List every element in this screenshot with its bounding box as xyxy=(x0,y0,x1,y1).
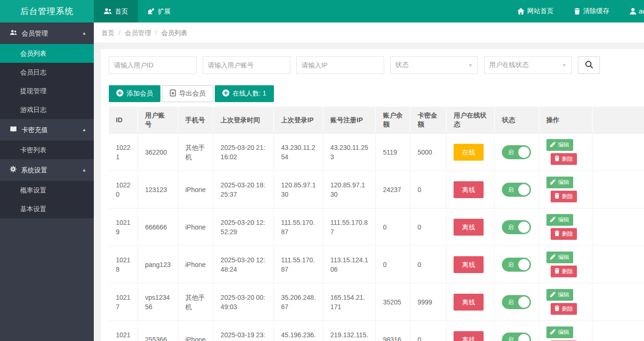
clear-cache-label: 清除缓存 xyxy=(583,7,609,15)
column-header: 状态 xyxy=(495,107,539,133)
sidebar: 会员管理▲会员列表会员日志提现管理游戏日志卡密充值▲卡密列表系统设置▲概率设置基… xyxy=(0,22,94,341)
book-icon xyxy=(10,119,17,141)
edit-button[interactable]: 编辑 xyxy=(546,214,573,226)
sidebar-section-1[interactable]: 卡密充值▲ xyxy=(0,119,94,141)
status-toggle[interactable]: 启 xyxy=(502,333,531,341)
online-status-select[interactable]: 用户在线状态 ▼ xyxy=(484,56,572,74)
toggle-knob xyxy=(518,297,530,308)
cell-ghost xyxy=(592,171,644,208)
cell-last-login-ip: 43.230.11.254 xyxy=(274,133,323,171)
header-tabs: 首页 扩展 xyxy=(94,0,181,22)
status-toggle[interactable]: 启 xyxy=(502,220,531,234)
edit-button[interactable]: 编辑 xyxy=(546,177,573,188)
status-select[interactable]: 状态 ▼ xyxy=(390,56,478,74)
column-header-ghost xyxy=(592,107,644,133)
cell-phone: iPhone xyxy=(178,171,213,208)
delete-label: 删除 xyxy=(562,305,573,313)
cell-phone: iPhone xyxy=(178,208,213,246)
site-home-label: 网站首页 xyxy=(527,7,553,15)
edit-label: 编辑 xyxy=(558,178,569,186)
sidebar-item-1-0[interactable]: 卡密列表 xyxy=(0,141,94,159)
delete-button[interactable]: 删除 xyxy=(551,153,577,165)
sidebar-item-0-2[interactable]: 提现管理 xyxy=(0,82,94,100)
delete-button[interactable]: 删除 xyxy=(551,266,577,277)
trash-icon xyxy=(554,268,560,275)
export-members-button[interactable]: 导出会员 xyxy=(162,85,213,102)
online-status-badge: 离线 xyxy=(454,294,484,311)
chevron-up-icon: ▲ xyxy=(82,22,86,44)
cell-register-ip: 113.15.124.106 xyxy=(323,246,376,283)
users-icon xyxy=(104,8,112,15)
edit-icon xyxy=(550,254,556,261)
breadcrumb-member-management[interactable]: 会员管理 xyxy=(125,29,151,37)
toggle-knob xyxy=(518,184,530,195)
sidebar-section-2[interactable]: 系统设置▲ xyxy=(0,159,94,181)
cell-ghost xyxy=(592,133,644,171)
ip-input[interactable] xyxy=(296,56,384,74)
app-title: 后台管理系统 xyxy=(0,0,94,22)
edit-icon xyxy=(550,179,556,186)
column-header: 操作 xyxy=(539,107,592,133)
tab-extension-label: 扩展 xyxy=(158,0,171,22)
sidebar-item-0-1[interactable]: 会员日志 xyxy=(0,63,94,82)
edit-button[interactable]: 编辑 xyxy=(546,326,573,338)
tab-extension[interactable]: 扩展 xyxy=(138,0,181,22)
status-toggle[interactable]: 启 xyxy=(502,258,531,272)
delete-label: 删除 xyxy=(562,230,573,238)
sidebar-item-0-0[interactable]: 会员列表 xyxy=(0,44,94,63)
edit-button[interactable]: 编辑 xyxy=(546,252,573,263)
add-member-button[interactable]: 添加会员 xyxy=(109,85,160,102)
cell-card-amount: 0 xyxy=(410,208,447,246)
sidebar-item-2-1[interactable]: 基本设置 xyxy=(0,200,94,218)
delete-button[interactable]: 删除 xyxy=(551,228,577,240)
cell-last-login-ip: 111.55.170.87 xyxy=(274,246,323,283)
delete-button[interactable]: 删除 xyxy=(551,191,577,202)
edit-icon xyxy=(550,141,556,148)
cell-actions: 编辑删除 xyxy=(539,171,592,208)
user-id-input[interactable] xyxy=(109,56,197,74)
search-button[interactable] xyxy=(578,56,600,74)
cell-online-status: 离线 xyxy=(447,283,495,321)
edit-icon xyxy=(550,216,556,223)
home-icon xyxy=(517,8,524,15)
cell-last-login-time: 2025-03-20 12:48:24 xyxy=(213,246,274,283)
cell-online-status: 离线 xyxy=(447,171,495,208)
breadcrumb-home[interactable]: 首页 xyxy=(101,29,114,37)
sidebar-item-0-3[interactable]: 游戏日志 xyxy=(0,100,94,119)
cell-last-login-time: 2025-03-19 23:41:39 xyxy=(213,321,274,341)
toggle-knob xyxy=(518,147,530,158)
status-toggle[interactable]: 启 xyxy=(502,295,531,309)
cell-phone: 其他手机 xyxy=(178,133,213,171)
delete-button[interactable]: 删除 xyxy=(551,303,577,315)
cell-status: 启 xyxy=(495,208,539,246)
tab-home[interactable]: 首页 xyxy=(94,0,138,22)
online-count-button[interactable]: 在线人数: 1 xyxy=(215,85,274,102)
status-toggle[interactable]: 启 xyxy=(502,145,531,159)
admin-user-menu[interactable]: admin xyxy=(630,7,644,15)
table-row: 10217vps123456其他手机2025-03-20 00:49:0335.… xyxy=(109,283,644,321)
sidebar-item-2-0[interactable]: 概率设置 xyxy=(0,181,94,200)
cell-card-amount: 0 xyxy=(410,321,447,341)
clear-cache-link[interactable]: 清除缓存 xyxy=(574,7,609,15)
column-header: 卡密金额 xyxy=(410,107,447,133)
cell-actions: 编辑删除 xyxy=(539,283,592,321)
status-toggle[interactable]: 启 xyxy=(502,183,531,197)
column-header: 账号注册IP xyxy=(323,107,376,133)
toggle-knob xyxy=(518,259,530,270)
toggle-knob xyxy=(518,334,530,341)
cell-account: 123123 xyxy=(138,171,178,208)
main-content: 首页/会员管理/会员列表 状态 ▼ 用户在线状态 ▼ xyxy=(94,22,644,341)
user-account-input[interactable] xyxy=(203,56,290,74)
cell-status: 启 xyxy=(495,246,539,283)
edit-button[interactable]: 编辑 xyxy=(546,139,573,151)
cell-account: 362200 xyxy=(138,133,178,171)
edit-label: 编辑 xyxy=(558,328,569,336)
sidebar-section-0[interactable]: 会员管理▲ xyxy=(0,22,94,44)
site-home-link[interactable]: 网站首页 xyxy=(517,7,553,15)
online-status-badge: 离线 xyxy=(454,256,484,273)
cell-actions: 编辑删除 xyxy=(539,246,592,283)
breadcrumb-separator: / xyxy=(119,29,121,37)
edit-button[interactable]: 编辑 xyxy=(546,289,573,301)
column-header: 上次登录IP xyxy=(274,107,323,133)
cell-card-amount: 0 xyxy=(410,246,447,283)
